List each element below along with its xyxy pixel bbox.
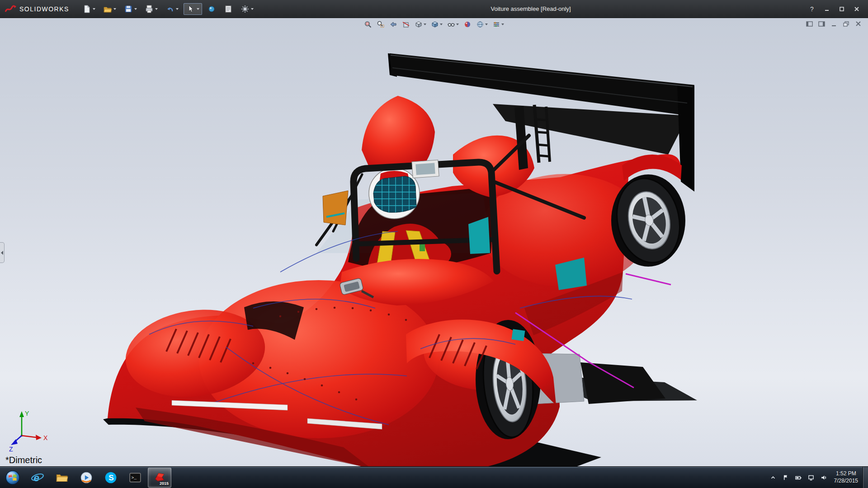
taskbar-item-command-prompt[interactable]: >_ [123,468,147,488]
previous-view-button[interactable] [388,19,399,30]
options-icon [241,5,250,14]
view-settings-icon [492,20,500,28]
graphics-area [0,18,868,466]
skype-icon: S [104,471,118,484]
solidworks-brand: SOLIDWORKS [0,4,76,14]
taskbar: e S >_ 2015 [0,466,868,488]
apply-scene-icon [476,20,484,28]
hide-show-items-button[interactable] [446,19,460,30]
folder-icon [55,471,69,484]
minimize-button[interactable] [820,4,834,14]
zoom-to-area-button[interactable] [375,19,386,30]
tray-volume-button[interactable] [818,469,830,487]
help-button[interactable]: ? [805,4,819,14]
speaker-icon [820,474,827,481]
svg-text:>_: >_ [131,475,137,480]
zoom-to-fit-button[interactable] [363,19,373,30]
save-icon [124,5,133,14]
menu-toolbar [80,3,256,15]
document-restore-button[interactable] [841,20,850,28]
dropdown-caret-icon [456,23,459,25]
windows-logo-icon [5,469,21,486]
car-model[interactable] [103,53,697,466]
undo-button[interactable] [163,3,181,15]
feature-tree-collapse-tab[interactable] [0,242,5,263]
rebuild-icon [207,5,216,14]
air-intake-hump [362,96,435,171]
window-title: Voiture assemblee [Read-only] [256,5,805,12]
taskbar-item-skype[interactable]: S [99,468,123,488]
svg-text:S: S [108,473,113,482]
triad-z-label: Z [9,446,13,453]
rear-diffuser [580,362,665,404]
tray-action-center-button[interactable] [780,469,792,487]
dropdown-caret-icon [485,23,488,25]
maximize-button[interactable] [835,4,849,14]
collapse-arrow-icon [1,251,4,255]
dassault-logo-icon [5,4,16,14]
tray-expand-button[interactable] [767,469,779,487]
apply-scene-button[interactable] [475,19,489,30]
dropdown-caret-icon [251,8,254,10]
display-style-button[interactable] [429,19,444,30]
dropdown-caret-icon [501,23,504,25]
clock-date: 7/28/2015 [834,478,858,485]
view-settings-button[interactable] [491,19,505,30]
zoom-to-fit-icon [364,20,372,28]
taskbar-item-media-player[interactable] [75,468,98,488]
clock-time: 1:52 PM [834,470,858,478]
hide-show-items-icon [447,20,455,28]
previous-view-icon [389,20,397,28]
tray-network-button[interactable] [805,469,817,487]
triad-x-label: X [43,434,48,441]
rearview-mirror [412,160,439,178]
start-button[interactable] [0,467,25,488]
display-style-icon [431,20,439,28]
save-button[interactable] [121,3,140,15]
pane-left-button[interactable] [805,20,814,28]
document-close-icon [855,21,861,27]
dropdown-caret-icon [440,23,443,25]
open-folder-icon [103,5,112,14]
taskbar-item-solidworks[interactable]: 2015 [148,468,171,488]
close-button[interactable] [850,4,863,14]
orientation-triad: Y X Z [8,408,51,453]
document-close-button[interactable] [854,20,863,28]
display-network-icon [807,474,815,481]
system-tray: 1:52 PM 7/28/2015 [767,467,868,488]
media-player-icon [80,471,93,484]
print-button[interactable] [142,3,160,15]
brand-name: SOLIDWORKS [19,5,69,13]
taskbar-clock[interactable]: 1:52 PM 7/28/2015 [834,470,858,484]
viewport[interactable]: Y X Z *Dimetric [0,18,868,466]
section-view-button[interactable] [401,19,411,30]
triad-y-label: Y [25,410,29,417]
taskbar-item-internet-explorer[interactable]: e [26,468,49,488]
taskbar-item-file-explorer[interactable] [50,468,74,488]
view-orientation-icon [415,20,423,28]
view-orientation-button[interactable] [413,19,428,30]
print-icon [145,5,154,14]
select-button[interactable] [184,3,202,15]
view-orientation-label: *Dimetric [5,455,42,465]
heads-up-view-toolbar [363,19,505,30]
show-desktop-button[interactable] [863,467,868,488]
zoom-to-area-icon [377,20,385,28]
title-bar: SOLIDWORKS [0,0,868,18]
tray-battery-button[interactable] [793,469,804,487]
dropdown-caret-icon [113,8,116,10]
rebuild-button[interactable] [204,3,219,15]
file-properties-button[interactable] [221,3,236,15]
section-view-icon [402,20,410,28]
chevron-up-icon [770,474,776,481]
document-minimize-button[interactable] [829,20,838,28]
select-cursor-icon [186,5,195,14]
new-document-button[interactable] [80,3,98,15]
battery-icon [795,474,802,481]
minimize-icon [824,6,830,12]
close-icon [854,6,859,12]
edit-appearance-button[interactable] [462,19,473,30]
open-button[interactable] [100,3,119,15]
pane-right-button[interactable] [817,20,826,28]
options-button[interactable] [238,3,256,15]
